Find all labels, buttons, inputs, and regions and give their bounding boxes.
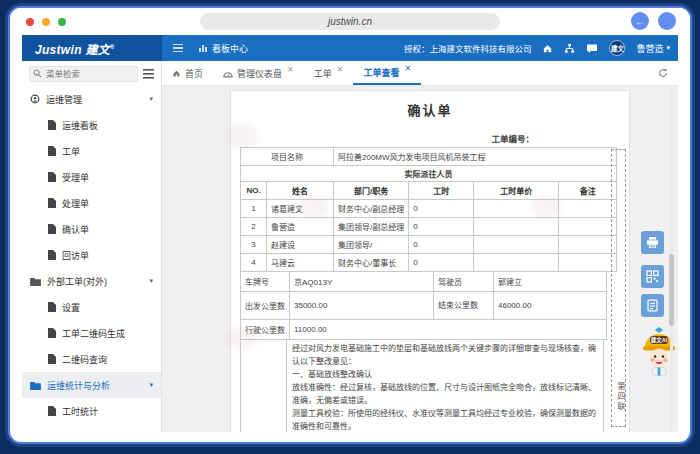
sidebar-item-confirmation[interactable]: 确认单 (22, 216, 161, 242)
sidebar-item-qrcode-generate[interactable]: 工单二维码生成 (22, 320, 161, 346)
sidebar-item-hours-statistics[interactable]: 工时统计 (22, 398, 161, 424)
doc-icon (48, 146, 56, 156)
screen: justwin.cn ← Justwin 建文® 看板中心 授权：上海建 (0, 0, 700, 454)
back-button[interactable]: ← (631, 12, 649, 30)
chrome-buttons: ← (631, 12, 676, 30)
driver-value: 郭建立 (494, 272, 607, 292)
plate-value: 京AQ013Y (290, 272, 434, 292)
doc-icon (48, 302, 56, 312)
home-icon (172, 69, 181, 78)
card-icon (646, 299, 659, 312)
sidebar-item-return-visit[interactable]: 回访单 (22, 242, 161, 268)
app-body: 运维管理 ▾ 运维看板 工单 受理单 (22, 61, 678, 432)
personnel-section-title: 实际派往人员 (241, 166, 617, 182)
document-title: 确认单 (231, 100, 629, 119)
tab-dashboard[interactable]: 管理仪表盘 ✕ (213, 61, 304, 85)
menu-collapse-icon[interactable] (173, 44, 183, 53)
app-header: Justwin 建文® 看板中心 授权：上海建文软件科技有限公司 (22, 35, 678, 61)
project-label: 项目名称 (241, 148, 334, 166)
driver-label: 驾驶员 (434, 272, 494, 292)
sidebar: 运维管理 ▾ 运维看板 工单 受理单 (22, 61, 162, 432)
order-number-label: 工单编号： (231, 132, 534, 144)
sidebar-item-qrcode-query[interactable]: 二维码查询 (22, 346, 161, 372)
jianwen-badge[interactable]: 建文 (609, 40, 625, 56)
minimize-window-button[interactable] (42, 18, 50, 26)
copy-label: 第四联 (615, 382, 626, 412)
table-row: 3 赵建设 集团领导/ 0 (241, 236, 617, 254)
close-window-button[interactable] (26, 18, 34, 26)
org-chart-icon[interactable] (564, 43, 575, 54)
justwin-logo: Justwin 建文® (35, 40, 115, 57)
sidebar-item-processing[interactable]: 处理单 (22, 190, 161, 216)
sidebar-item-acceptance[interactable]: 受理单 (22, 164, 161, 190)
content-area: 确认单 工单编号： 项目名称 阿拉善200MW风力发电项目风机吊装工程 实际派往… (162, 86, 678, 432)
sidebar-item-ops-board[interactable]: 运维看板 (22, 112, 161, 138)
scrollbar-thumb[interactable] (669, 254, 674, 326)
copy-strip: 第四联 (611, 149, 626, 427)
sidebar-item-settings[interactable]: 设置 (22, 294, 161, 320)
remark-label-cell (241, 340, 287, 433)
tab-work-order[interactable]: 工单 ✕ (304, 61, 354, 85)
end-km-value: 46000.00 (494, 292, 607, 320)
qrcode-button[interactable] (641, 265, 664, 288)
confirmation-document: 确认单 工单编号： 项目名称 阿拉善200MW风力发电项目风机吊装工程 实际派往… (230, 90, 630, 432)
refresh-icon (658, 68, 668, 78)
chevron-down-icon: ▾ (149, 277, 153, 285)
doc-icon (48, 328, 56, 338)
board-center-label: 看板中心 (212, 42, 248, 55)
sidebar-group-external-orders[interactable]: 外部工单(对外) ▾ (22, 268, 161, 294)
board-center-menu[interactable]: 看板中心 (198, 42, 248, 55)
home-icon[interactable] (542, 43, 553, 54)
browser-window: justwin.cn ← Justwin 建文® 看板中心 授权：上海建 (8, 6, 692, 444)
remark-table: 经过对风力发电基础施工中的垫层和基础放线两个关键步骤的详细审查与现场核查，确认以… (240, 339, 604, 432)
printer-icon (646, 236, 659, 249)
close-icon[interactable]: ✕ (404, 64, 411, 73)
zoom-window-button[interactable] (58, 18, 66, 26)
project-value: 阿拉善200MW风力发电项目风机吊装工程 (334, 148, 617, 166)
messages-icon[interactable] (586, 43, 598, 54)
watermark-stamp (299, 195, 329, 219)
app-frame: Justwin 建文® 看板中心 授权：上海建文软件科技有限公司 (22, 35, 678, 432)
gauge-icon (223, 69, 233, 78)
license-text: 授权：上海建文软件科技有限公司 (404, 42, 532, 54)
header-right: 授权：上海建文软件科技有限公司 建文 鲁营造 ▾ (404, 40, 678, 56)
print-button[interactable] (641, 231, 664, 254)
ops-management-icon (30, 94, 40, 104)
refresh-tab-button[interactable] (648, 61, 678, 85)
profile-button[interactable] (658, 12, 676, 30)
start-km-value: 35000.00 (290, 292, 434, 320)
watermark-stamp (225, 123, 259, 149)
tab-home[interactable]: 首页 (162, 61, 213, 85)
search-icon (33, 69, 42, 80)
table-row: 4 马建云 财务中心/董事长 0 (241, 254, 617, 272)
bar-chart-icon (198, 43, 208, 53)
watermark-stamp (227, 327, 257, 351)
back-arrow-icon: ← (635, 16, 645, 27)
sidebar-group-ops-statistics[interactable]: 运维统计与分析 ▾ (22, 372, 161, 398)
folder-icon (30, 277, 41, 286)
close-icon[interactable]: ✕ (287, 65, 294, 74)
doc-icon (48, 120, 56, 130)
browser-chrome: justwin.cn ← (10, 8, 690, 35)
document-card-button[interactable] (641, 294, 664, 317)
main-area: 首页 管理仪表盘 ✕ 工单 ✕ 工单查看 ✕ (162, 61, 678, 432)
close-icon[interactable]: ✕ (337, 65, 344, 74)
tab-bar: 首页 管理仪表盘 ✕ 工单 ✕ 工单查看 ✕ (162, 61, 678, 86)
doc-icon (48, 198, 56, 208)
plate-label: 车牌号 (241, 272, 290, 292)
menu-search-input[interactable] (29, 66, 138, 82)
sidebar-group-ops-management[interactable]: 运维管理 ▾ (22, 86, 161, 112)
traffic-lights (26, 18, 66, 26)
sidebar-item-order-statistics[interactable]: 工单统计 (22, 424, 161, 432)
doc-icon (48, 250, 56, 260)
watermark-stamp (531, 195, 561, 219)
sidebar-item-work-order[interactable]: 工单 (22, 138, 161, 164)
doc-icon (48, 406, 56, 416)
user-menu[interactable]: 鲁营造 ▾ (636, 42, 670, 55)
vehicle-table: 车牌号 京AQ013Y 驾驶员 郭建立 出发公里数 35000.00 结束公里数 (240, 271, 607, 340)
table-row: 2 鲁营造 集团领导/副总经理 0 (241, 218, 617, 236)
folder-open-icon (30, 381, 41, 390)
menu-list-toggle-icon[interactable] (143, 69, 154, 79)
tab-work-order-view[interactable]: 工单查看 ✕ (353, 61, 421, 85)
address-bar[interactable]: justwin.cn (200, 13, 500, 30)
